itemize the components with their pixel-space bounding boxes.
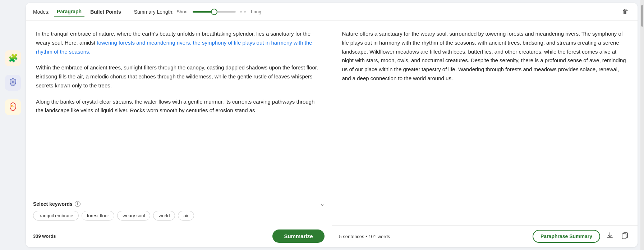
slider-track — [193, 11, 236, 13]
mode-paragraph-button[interactable]: Paragraph — [54, 7, 84, 17]
copy-button[interactable] — [620, 230, 630, 243]
toolbar: Modes: Paragraph Bullet Points Summary L… — [26, 3, 638, 21]
right-panel: Nature offers a sanctuary for the weary … — [332, 21, 638, 247]
info-icon[interactable]: i — [75, 201, 80, 207]
slider-dot-2 — [244, 11, 246, 13]
left-panel: In the tranquil embrace of nature, where… — [26, 21, 332, 247]
keywords-title-text: Select keywords — [33, 201, 73, 207]
sidebar: 🧩 C — [0, 0, 26, 250]
right-footer: 5 sentences • 101 words Paraphrase Summa… — [332, 225, 638, 247]
main-container: Modes: Paragraph Bullet Points Summary L… — [26, 3, 638, 247]
content-split: In the tranquil embrace of nature, where… — [26, 21, 638, 247]
sidebar-icon-puzzle[interactable]: 🧩 — [5, 50, 21, 66]
chevron-down-icon[interactable]: ⌄ — [320, 200, 325, 207]
keyword-chip-4[interactable]: world — [153, 211, 175, 221]
keywords-list: tranquil embrace forest floor weary soul… — [33, 211, 325, 221]
summarize-button[interactable]: Summarize — [272, 229, 324, 243]
keywords-header: Select keywords i ⌄ — [33, 200, 325, 207]
puzzle-icon: 🧩 — [8, 54, 18, 63]
settings-icon: C — [9, 78, 17, 88]
download-button[interactable] — [604, 230, 615, 243]
outer-scrollbar[interactable] — [640, 0, 644, 250]
key-icon — [8, 101, 18, 113]
svg-rect-5 — [622, 234, 626, 239]
mode-bullet-button[interactable]: Bullet Points — [87, 8, 124, 16]
length-slider[interactable] — [193, 11, 246, 13]
summary-length-label: Summary Length: — [134, 9, 174, 15]
sidebar-icon-settings[interactable]: C — [5, 75, 21, 91]
copy-icon — [621, 233, 629, 241]
svg-text:C: C — [12, 80, 14, 84]
left-text-area[interactable]: In the tranquil embrace of nature, where… — [26, 21, 332, 196]
download-icon — [606, 233, 614, 241]
scrollbar-thumb — [641, 5, 643, 27]
trash-icon: 🗑 — [622, 8, 629, 15]
keyword-chip-3[interactable]: weary soul — [117, 211, 150, 221]
length-short-label: Short — [176, 9, 188, 14]
paragraph-3: Along the banks of crystal-clear streams… — [36, 97, 322, 115]
modes-label: Modes: — [33, 9, 50, 15]
summary-paragraph: Nature offers a sanctuary for the weary … — [342, 29, 628, 83]
slider-dots — [240, 11, 246, 13]
slider-thumb — [211, 9, 217, 15]
paraphrase-summary-button[interactable]: Paraphrase Summary — [533, 230, 600, 243]
keyword-chip-1[interactable]: tranquil embrace — [33, 211, 79, 221]
keyword-chip-5[interactable]: air — [178, 211, 194, 221]
summary-stats: 5 sentences • 101 words — [339, 234, 390, 239]
paragraph-2: Within the embrace of ancient trees, sun… — [36, 63, 322, 90]
sidebar-icon-key[interactable] — [5, 99, 21, 115]
keywords-section: Select keywords i ⌄ tranquil embrace for… — [26, 196, 332, 225]
length-long-label: Long — [251, 9, 261, 14]
keyword-chip-2[interactable]: forest floor — [82, 211, 114, 221]
trash-button[interactable]: 🗑 — [621, 6, 630, 17]
word-count: 339 words — [33, 233, 56, 239]
keywords-title: Select keywords i — [33, 201, 80, 207]
right-text-area[interactable]: Nature offers a sanctuary for the weary … — [332, 21, 638, 225]
slider-dot-1 — [240, 11, 242, 13]
left-footer: 339 words Summarize — [26, 225, 332, 247]
paragraph-1: In the tranquil embrace of nature, where… — [36, 29, 322, 56]
